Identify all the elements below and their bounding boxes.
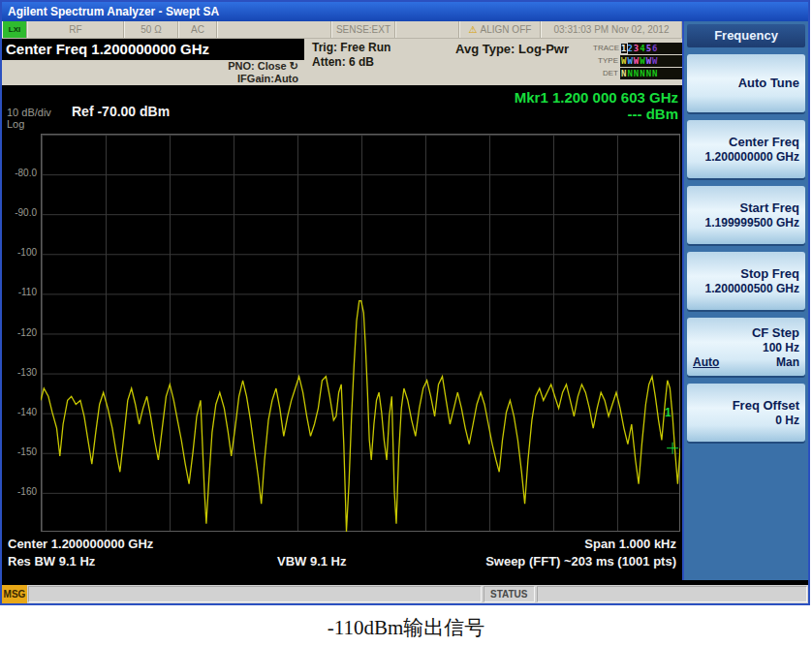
y-axis-tick-label: -110 <box>2 287 37 297</box>
graticule-grid <box>41 134 680 532</box>
trace-row-label: TYPE <box>593 56 620 65</box>
sense-indicator: SENSE:EXT <box>331 21 395 38</box>
softkey-menu: Frequency Auto Tune Center Freq 1.200000… <box>682 21 808 580</box>
bottom-status-bar: MSG STATUS <box>2 580 808 603</box>
warning-icon: ⚠ <box>469 24 478 35</box>
avg-type-status: Avg Type: Log-Pwr <box>428 39 593 85</box>
trace-indicator-row: TYPEWWWWWW <box>593 54 682 67</box>
softkey-label: Freq Offset <box>693 398 799 414</box>
softkey-cf-step[interactable]: CF Step 100 Hz Auto Man <box>687 318 805 376</box>
ifgain-status: IFGain:Auto <box>2 73 298 85</box>
rf-indicator: RF <box>27 21 124 38</box>
trigger-status-block: Trig: Free Run Atten: 6 dB <box>304 39 428 85</box>
pno-label: PNO: Close <box>228 60 287 72</box>
instrument-left-column: LXI RF 50 Ω AC SENSE:EXT ⚠ ALIGN OFF 03:… <box>2 21 682 580</box>
strip-spacer-2 <box>395 21 459 38</box>
softkey-stop-freq[interactable]: Stop Freq 1.200000500 GHz <box>687 252 805 310</box>
atten-status: Atten: 6 dB <box>312 55 428 70</box>
softkey-value: 100 Hz <box>693 341 799 355</box>
menu-title: Frequency <box>687 24 805 47</box>
status-area <box>537 586 807 602</box>
scale-label: 10 dB/div <box>7 107 51 118</box>
msg-badge: MSG <box>2 585 27 603</box>
trace-indicator-row: TRACE123456 <box>593 42 682 54</box>
y-axis-tick-label: -120 <box>2 327 37 338</box>
softkey-label: Stop Freq <box>693 266 799 282</box>
align-status: ⚠ ALIGN OFF <box>459 21 541 38</box>
cf-step-auto-man-toggle: Auto Man <box>693 355 799 369</box>
annotation-span: Span 1.000 kHz <box>584 537 676 551</box>
annotation-row-2: Res BW 9.1 Hz VBW 9.1 Hz Sweep (FFT) ~20… <box>2 554 682 569</box>
trace-indicator-row: DETNNNNNN <box>593 67 682 79</box>
coupling-indicator: AC <box>178 21 217 38</box>
title-bar: Agilent Spectrum Analyzer - Swept SA <box>2 2 808 21</box>
active-function-display: Center Freq 1.200000000 GHz <box>2 39 304 60</box>
trace-row-values: 123456 <box>620 43 682 54</box>
align-off-label: ALIGN OFF <box>481 24 532 35</box>
datetime-display: 03:31:03 PM Nov 02, 2012 <box>541 21 682 38</box>
window-title: Agilent Spectrum Analyzer - Swept SA <box>8 5 219 18</box>
marker-readout: Mkr1 1.200 000 603 GHz --- dBm <box>515 89 678 122</box>
settings-row: Center Freq 1.200000000 GHz PNO: Close ↻… <box>2 39 682 85</box>
y-axis-tick-label: -150 <box>2 446 37 457</box>
softkey-value: 1.200000500 GHz <box>693 282 799 296</box>
marker-amp-readout: --- dBm <box>515 106 678 122</box>
loop-icon: ↻ <box>290 60 298 72</box>
lxi-badge: LXI <box>2 21 27 38</box>
trace-row-values: WWWWWW <box>620 55 682 67</box>
trace-row-label: DET <box>593 69 620 77</box>
softkey-value: 0 Hz <box>693 414 799 428</box>
active-function-column: Center Freq 1.200000000 GHz PNO: Close ↻… <box>2 39 304 85</box>
softkey-freq-offset[interactable]: Freq Offset 0 Hz <box>687 384 805 442</box>
display-area: Mkr1 1.200 000 603 GHz --- dBm 10 dB/div… <box>2 85 682 580</box>
pno-status: PNO: Close ↻ IFGain:Auto <box>2 60 304 85</box>
impedance-indicator: 50 Ω <box>124 21 178 38</box>
y-axis-tick-label: -140 <box>2 407 37 417</box>
softkey-label: CF Step <box>693 325 799 341</box>
marker-freq-readout: Mkr1 1.200 000 603 GHz <box>515 89 678 106</box>
figure-caption: -110dBm输出信号 <box>0 614 812 641</box>
softkey-auto-tune[interactable]: Auto Tune <box>687 54 805 112</box>
ref-level-label: Ref -70.00 dBm <box>72 104 170 119</box>
softkey-label: Auto Tune <box>693 76 799 91</box>
strip-spacer-1 <box>217 21 331 38</box>
scale-type-label: Log <box>7 118 24 130</box>
softkey-start-freq[interactable]: Start Freq 1.199999500 GHz <box>687 186 805 244</box>
screenshot-stage: Agilent Spectrum Analyzer - Swept SA LXI… <box>0 0 812 646</box>
trig-status: Trig: Free Run <box>312 41 428 55</box>
softkey-center-freq[interactable]: Center Freq 1.200000000 GHz <box>687 120 805 178</box>
cf-step-auto-option[interactable]: Auto <box>693 355 719 369</box>
annotation-res-bw: Res BW 9.1 Hz <box>8 554 277 569</box>
trace-row-values: NNNNNN <box>620 68 682 79</box>
y-axis-tick-label: -100 <box>2 247 37 258</box>
softkey-label: Start Freq <box>693 200 799 216</box>
message-area <box>28 586 482 602</box>
y-axis-tick-label: -130 <box>2 367 37 378</box>
y-axis-tick-label: -80.0 <box>2 168 37 178</box>
softkey-label: Center Freq <box>693 135 799 150</box>
main-area: LXI RF 50 Ω AC SENSE:EXT ⚠ ALIGN OFF 03:… <box>2 21 808 580</box>
softkey-value: 1.200000000 GHz <box>693 150 799 165</box>
annotation-row-1: Center 1.200000000 GHz Span 1.000 kHz <box>2 537 682 551</box>
cf-step-man-option[interactable]: Man <box>776 355 799 369</box>
softkey-value: 1.199999500 GHz <box>693 216 799 231</box>
annotation-vbw: VBW 9.1 Hz <box>277 554 485 569</box>
y-axis-tick-label: -160 <box>2 486 37 497</box>
annotation-sweep: Sweep (FFT) ~203 ms (1001 pts) <box>485 554 676 569</box>
annotation-center-freq: Center 1.200000000 GHz <box>8 537 153 551</box>
app-window: Agilent Spectrum Analyzer - Swept SA LXI… <box>0 0 810 605</box>
trace-indicator-block: TRACE123456TYPEWWWWWWDETNNNNNN <box>593 39 682 85</box>
trace-row-label: TRACE <box>593 44 620 52</box>
y-axis-tick-label: -90.0 <box>2 207 37 218</box>
status-label: STATUS <box>484 586 535 602</box>
status-strip: LXI RF 50 Ω AC SENSE:EXT ⚠ ALIGN OFF 03:… <box>2 21 682 39</box>
